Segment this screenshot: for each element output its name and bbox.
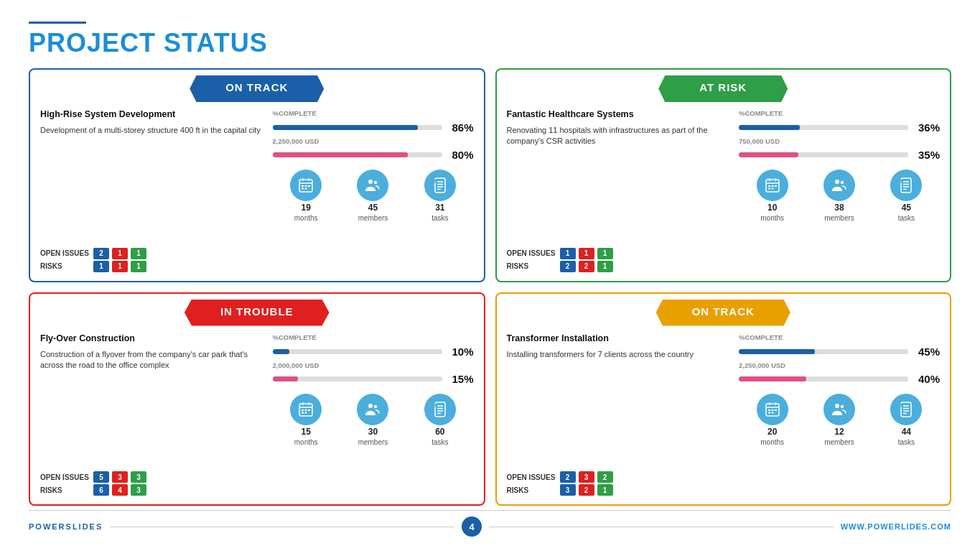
stat-months: 19 months — [290, 170, 322, 222]
tasks-label: tasks — [431, 214, 448, 222]
complete-value: 45% — [913, 346, 940, 358]
issues-section: OPEN ISSUES 2 3 2 RISKS 3 2 1 — [507, 471, 732, 497]
stat-tasks: ≡ 60 tasks — [424, 394, 456, 446]
risks-label: RISKS — [40, 486, 90, 494]
months-value: 19 — [301, 203, 310, 213]
budget-bar-bg — [739, 152, 908, 157]
tasks-icon: ≡ — [890, 170, 922, 201]
risk-badge-green: 1 — [597, 484, 613, 496]
budget-progress-row: 35% — [739, 149, 940, 161]
tasks-value: 44 — [902, 427, 911, 437]
complete-value: 10% — [447, 346, 474, 358]
svg-rect-41 — [305, 409, 307, 411]
svg-rect-6 — [308, 185, 310, 187]
card-right: %COMPLETE 45% 2,250,000 USD 40% — [739, 333, 940, 498]
budget-value: 40% — [913, 373, 940, 385]
complete-value: 36% — [913, 121, 940, 134]
card-left: Transformer Installation Installing tran… — [507, 333, 732, 498]
calendar-icon — [290, 394, 322, 425]
members-icon — [357, 170, 388, 201]
svg-point-63 — [835, 404, 839, 408]
complete-bar-fill — [273, 349, 290, 354]
issue-badge-green: 3 — [131, 471, 146, 483]
project-desc: Development of a multi-storey structure … — [40, 125, 266, 241]
svg-rect-11 — [435, 178, 445, 193]
card-header-container: IN TROUBLE — [30, 294, 484, 326]
members-label: members — [358, 214, 388, 222]
issues-section: OPEN ISSUES 1 1 1 RISKS 2 2 1 — [507, 248, 732, 274]
risks-row: RISKS 6 4 3 — [40, 484, 266, 496]
stat-tasks: ≡ 31 tasks — [424, 170, 456, 222]
issue-badge-blue: 2 — [560, 471, 576, 483]
members-value: 38 — [834, 203, 844, 213]
issue-badge-red: 3 — [579, 471, 594, 483]
svg-point-45 — [368, 404, 373, 408]
issue-badge-blue: 2 — [93, 248, 109, 259]
title-part1: PROJECT — [29, 28, 164, 57]
card-status-badge: ON TRACK — [656, 300, 790, 326]
months-value: 15 — [301, 427, 310, 437]
card-header-container: ON TRACK — [497, 294, 951, 326]
footer-line-left — [110, 527, 454, 527]
tasks-value: 31 — [435, 203, 444, 213]
members-label: members — [358, 438, 388, 446]
progress-section: %COMPLETE 36% 750,000 USD 35% — [739, 109, 940, 161]
stat-tasks: ≡ 44 tasks — [890, 394, 922, 446]
stat-members: 12 members — [823, 394, 855, 446]
budget-usd-label: 2,250,000 USD — [739, 361, 940, 369]
svg-rect-60 — [775, 409, 777, 411]
risk-badge-blue: 3 — [560, 484, 576, 496]
stat-tasks: ≡ 45 tasks — [890, 170, 922, 222]
svg-rect-59 — [771, 409, 773, 411]
risks-label: RISKS — [507, 262, 557, 270]
stat-members: 45 members — [357, 170, 388, 222]
svg-rect-65 — [901, 402, 911, 417]
svg-rect-62 — [771, 412, 773, 413]
months-label: months — [760, 438, 784, 446]
months-label: months — [760, 214, 784, 222]
members-value: 30 — [368, 427, 378, 437]
complete-bar-fill — [273, 125, 419, 130]
svg-rect-23 — [771, 185, 773, 187]
card-card-at-risk: AT RISK Fantastic Healthcare Systems Ren… — [495, 68, 952, 282]
risk-badge-red: 2 — [579, 261, 594, 272]
risk-badge-red: 2 — [579, 484, 594, 496]
header: PROJECT STATUS — [29, 22, 951, 58]
brand-part2: SLIDES — [66, 522, 103, 531]
tasks-icon: ≡ — [424, 170, 456, 201]
complete-bar-bg — [273, 125, 442, 130]
calendar-icon — [757, 170, 788, 201]
stat-months: 20 months — [757, 394, 788, 446]
open-issues-label: OPEN ISSUES — [40, 249, 90, 257]
tasks-label: tasks — [898, 214, 915, 222]
budget-usd-label: 2,250,000 USD — [273, 137, 474, 145]
svg-rect-43 — [302, 412, 304, 413]
svg-rect-29 — [901, 178, 911, 193]
budget-usd-label: 750,000 USD — [739, 137, 940, 145]
svg-rect-42 — [308, 409, 310, 411]
footer-url: WWW.POWERLIDES.COM — [841, 522, 951, 531]
complete-bar-bg — [739, 349, 908, 354]
card-right: %COMPLETE 10% 2,000,000 USD 15% — [273, 333, 474, 498]
footer: POWERSLIDES 4 WWW.POWERLIDES.COM — [29, 510, 951, 537]
brand-part1: POWER — [29, 522, 66, 531]
svg-point-9 — [368, 180, 373, 184]
issue-badge-blue: 5 — [93, 471, 109, 483]
members-label: members — [824, 214, 854, 222]
pct-complete-label: %COMPLETE — [739, 333, 940, 341]
stat-months: 10 months — [757, 170, 788, 222]
budget-value: 35% — [913, 149, 940, 161]
months-label: months — [294, 438, 318, 446]
svg-point-10 — [374, 181, 377, 184]
svg-rect-24 — [775, 185, 777, 187]
svg-rect-5 — [305, 185, 307, 187]
budget-progress-row: 40% — [739, 373, 940, 385]
risks-row: RISKS 2 2 1 — [507, 261, 732, 272]
pct-complete-label: %COMPLETE — [739, 109, 940, 117]
card-right: %COMPLETE 36% 750,000 USD 35% — [739, 109, 940, 274]
card-body: Transformer Installation Installing tran… — [497, 326, 951, 505]
issues-section: OPEN ISSUES 2 1 1 RISKS 1 1 1 — [40, 248, 266, 274]
stats-row: 20 months 12 members ≡ — [739, 394, 940, 446]
project-name: Fantastic Healthcare Systems — [507, 109, 732, 119]
budget-bar-bg — [273, 152, 442, 157]
